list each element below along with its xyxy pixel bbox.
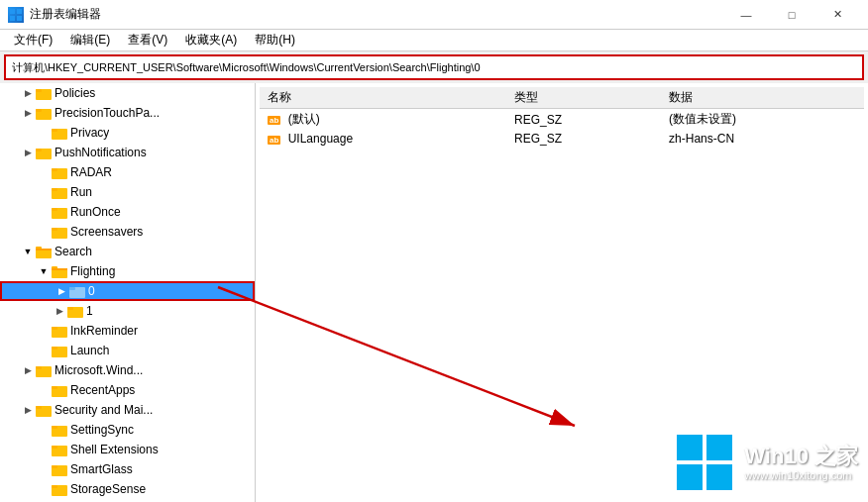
item-label: Launch: [70, 344, 109, 357]
svg-rect-39: [36, 406, 42, 409]
folder-icon: [36, 146, 52, 159]
watermark-text-block: Win10 之家 www.win10xitong.com: [744, 444, 858, 481]
svg-rect-52: [677, 435, 703, 460]
item-label: Flighting: [70, 264, 115, 278]
menu-edit[interactable]: 编辑(E): [62, 30, 118, 50]
item-label: PushNotifications: [54, 146, 147, 159]
tree-item-launch[interactable]: ▶ Launch: [0, 341, 255, 360]
svg-rect-27: [69, 287, 75, 290]
tree-item-flighting[interactable]: ▼ Flighting: [0, 261, 255, 281]
item-label: Run: [70, 185, 92, 199]
item-label: 0: [88, 284, 95, 298]
tree-item-run[interactable]: ▶ Run: [0, 182, 255, 202]
maximize-button[interactable]: □: [769, 0, 814, 30]
watermark-line1: Win10 之家: [744, 444, 858, 469]
folder-icon-open: [52, 264, 67, 278]
svg-rect-5: [36, 89, 42, 92]
tree-item-microsoftwind[interactable]: ▶ Microsoft.Wind...: [0, 360, 255, 380]
tree-item-inkreminder[interactable]: ▶ InkReminder: [0, 321, 255, 341]
ab-icon: ab: [268, 116, 280, 125]
folder-icon: [52, 126, 67, 140]
svg-rect-17: [52, 208, 57, 211]
folder-icon: [52, 462, 67, 476]
folder-icon: [52, 165, 67, 179]
svg-rect-3: [17, 16, 22, 21]
tree-item-smartglass[interactable]: ▶ SmartGlass: [0, 459, 255, 479]
svg-rect-31: [52, 327, 57, 330]
folder-icon: [52, 482, 67, 496]
svg-rect-0: [10, 9, 15, 14]
expand-icon[interactable]: ▶: [54, 283, 69, 299]
minimize-button[interactable]: —: [723, 0, 769, 30]
menu-file[interactable]: 文件(F): [6, 30, 60, 50]
tree-item-search[interactable]: ▼ Search: [0, 242, 255, 261]
folder-icon: [36, 363, 52, 377]
expand-icon[interactable]: ▶: [20, 145, 36, 160]
item-label: Privacy: [70, 126, 109, 140]
expand-icon[interactable]: ▶: [52, 303, 67, 319]
svg-rect-47: [52, 485, 57, 488]
svg-rect-22: [36, 249, 52, 251]
tree-item-1[interactable]: ▶ 1: [0, 301, 255, 321]
menu-favorites[interactable]: 收藏夹(A): [177, 30, 245, 50]
folder-icon: [52, 383, 67, 397]
registry-tree[interactable]: ▶ Policies ▶ PrecisionTouchPa... ▶ Priva…: [0, 83, 256, 502]
tree-item-privacy[interactable]: ▶ Privacy: [0, 123, 255, 143]
tree-item-shellextensions[interactable]: ▶ Shell Extensions: [0, 440, 255, 459]
cell-type: REG_SZ: [506, 130, 661, 148]
folder-icon: [52, 225, 67, 239]
svg-rect-53: [706, 435, 732, 460]
close-button[interactable]: ✕: [814, 0, 860, 30]
cell-data: zh-Hans-CN: [661, 130, 864, 148]
svg-rect-13: [52, 168, 57, 171]
address-bar[interactable]: 计算机\HKEY_CURRENT_USER\Software\Microsoft…: [4, 54, 864, 80]
svg-rect-15: [52, 188, 57, 191]
tree-item-screensavers[interactable]: ▶ Screensavers: [0, 222, 255, 242]
folder-icon: [52, 324, 67, 338]
tree-item-precisiontouchpa[interactable]: ▶ PrecisionTouchPa...: [0, 103, 255, 123]
folder-icon: [36, 86, 52, 100]
item-label: 1: [86, 304, 93, 318]
watermark-line2: www.win10xitong.com: [744, 469, 858, 481]
expand-icon[interactable]: ▶: [20, 362, 36, 378]
tree-item-policies[interactable]: ▶ Policies: [0, 83, 255, 103]
address-label: 计算机\HKEY_CURRENT_USER\Software\Microsoft…: [12, 60, 481, 75]
svg-rect-29: [67, 307, 73, 310]
table-row[interactable]: ab UILanguage REG_SZ zh-Hans-CN: [260, 130, 864, 148]
folder-icon: [67, 304, 83, 318]
tree-item-storagesense[interactable]: ▶ StorageSense: [0, 479, 255, 499]
table-row[interactable]: ab (默认) REG_SZ (数值未设置): [260, 109, 864, 131]
folder-icon: [52, 443, 67, 456]
menu-view[interactable]: 查看(V): [120, 30, 175, 50]
tree-item-recentapps[interactable]: ▶ RecentApps: [0, 380, 255, 400]
svg-rect-2: [10, 16, 15, 21]
expand-icon[interactable]: ▶: [20, 105, 36, 121]
expand-icon[interactable]: ▼: [36, 263, 52, 279]
tree-item-securityandmai[interactable]: ▶ Security and Mai...: [0, 400, 255, 420]
item-label: Security and Mai...: [54, 403, 153, 417]
expand-icon[interactable]: ▼: [20, 244, 36, 259]
svg-rect-25: [52, 268, 67, 270]
item-label: RecentApps: [70, 383, 135, 397]
watermark: Win10 之家 www.win10xitong.com: [675, 433, 858, 492]
tree-item-pushnotifications[interactable]: ▶ PushNotifications: [0, 143, 255, 162]
folder-icon: [69, 284, 85, 298]
title-bar: 注册表编辑器 — □ ✕: [0, 0, 868, 30]
item-label: Policies: [54, 86, 95, 100]
cell-name: ab (默认): [260, 109, 506, 131]
svg-rect-9: [52, 129, 57, 132]
col-type: 类型: [506, 87, 661, 109]
menu-bar: 文件(F) 编辑(E) 查看(V) 收藏夹(A) 帮助(H): [0, 30, 868, 51]
expand-icon[interactable]: ▶: [20, 402, 36, 418]
tree-item-runonce[interactable]: ▶ RunOnce: [0, 202, 255, 222]
tree-item-0[interactable]: ▶ 0: [0, 281, 255, 301]
folder-icon-open: [36, 245, 52, 258]
tree-item-radar[interactable]: ▶ RADAR: [0, 162, 255, 182]
window-title: 注册表编辑器: [30, 6, 723, 23]
tree-item-settingsync[interactable]: ▶ SettingSync: [0, 420, 255, 440]
cell-name: ab UILanguage: [260, 130, 506, 148]
cell-type: REG_SZ: [506, 109, 661, 131]
menu-help[interactable]: 帮助(H): [247, 30, 303, 50]
col-data: 数据: [661, 87, 864, 109]
expand-icon[interactable]: ▶: [20, 85, 36, 101]
